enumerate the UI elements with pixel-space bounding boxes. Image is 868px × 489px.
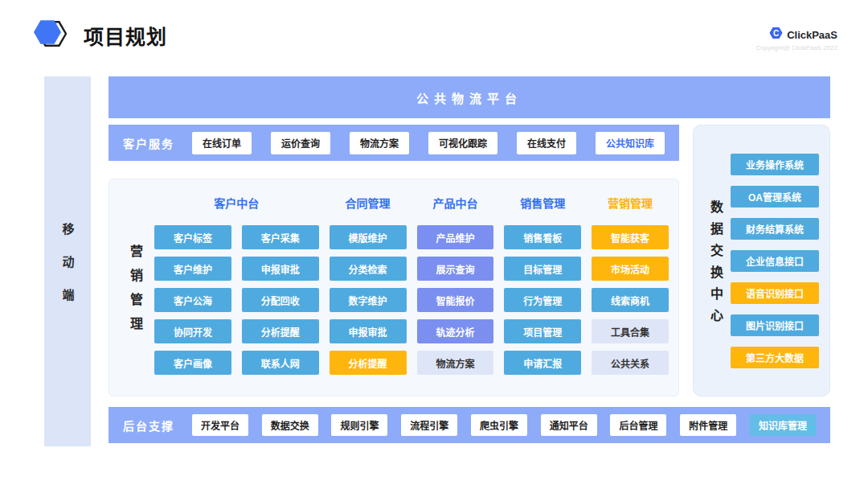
data-exchange-item[interactable]: 语音识别接口 xyxy=(731,282,819,304)
backend-support-item[interactable]: 数据交换 xyxy=(262,414,318,436)
matrix-cell[interactable]: 分配回收 xyxy=(242,288,319,312)
brand: C ClickPaaS Copyright@ ClickPaaS 2022 xyxy=(755,26,837,51)
matrix-cell[interactable]: 线索商机 xyxy=(592,288,669,312)
data-exchange-item[interactable]: 业务操作系统 xyxy=(731,154,819,175)
backend-support-bar: 后台支撑 开发平台数据交换规则引擎流程引擎爬虫引擎通知平台后台管理附件管理知识库… xyxy=(108,407,830,443)
data-exchange-item[interactable]: 财务结算系统 xyxy=(731,218,819,240)
matrix-cell[interactable]: 客户标签 xyxy=(154,225,231,249)
copyright-text: Copyright@ ClickPaaS 2022 xyxy=(755,44,837,51)
matrix-column-header: 合同管理 xyxy=(330,187,407,218)
data-exchange-side: 数据交换中心 xyxy=(700,125,731,396)
customer-service-label: 客户服务 xyxy=(123,135,174,151)
matrix-side-label: 营销管理 xyxy=(125,233,145,341)
page-title: 项目规划 xyxy=(84,21,167,50)
matrix-cell[interactable]: 协同开发 xyxy=(154,319,231,343)
matrix-cell[interactable]: 数字维护 xyxy=(330,288,407,312)
matrix-cell[interactable]: 市场活动 xyxy=(592,257,669,281)
matrix-cell[interactable]: 目标管理 xyxy=(504,257,581,281)
matrix-cell[interactable]: 分类检索 xyxy=(330,257,407,281)
matrix-cell[interactable]: 项目管理 xyxy=(504,319,581,343)
backend-support-label: 后台支撑 xyxy=(123,417,174,434)
matrix-cell[interactable]: 客户维护 xyxy=(154,257,231,281)
matrix-cell[interactable]: 申请汇报 xyxy=(504,351,581,375)
hexagon-icon xyxy=(31,15,71,55)
matrix-column-header: 销售管理 xyxy=(504,187,581,218)
matrix-cell[interactable]: 轨迹分析 xyxy=(417,319,494,343)
matrix-column-header: 产品中台 xyxy=(417,187,494,218)
customer-service-item[interactable]: 可视化跟踪 xyxy=(428,132,497,154)
brand-name: ClickPaaS xyxy=(787,29,837,41)
backend-support-item[interactable]: 通知平台 xyxy=(541,414,597,436)
backend-support-item[interactable]: 附件管理 xyxy=(680,414,736,436)
top-banner-label: 公共物流平台 xyxy=(416,89,522,106)
backend-support-item[interactable]: 开发平台 xyxy=(192,414,248,436)
data-exchange-items: 业务操作系统OA管理系统财务结算系统企业信息接口语音识别接口图片识别接口第三方大… xyxy=(731,125,819,396)
data-exchange-item[interactable]: 企业信息接口 xyxy=(731,250,819,272)
matrix-side: 营销管理 xyxy=(116,187,154,386)
matrix-cell[interactable]: 销售看板 xyxy=(504,225,581,249)
matrix-cell[interactable]: 产品维护 xyxy=(417,225,494,249)
matrix-cell[interactable]: 客户采集 xyxy=(242,225,319,249)
matrix-cell[interactable]: 工具合集 xyxy=(592,319,669,343)
matrix-cell[interactable]: 物流方案 xyxy=(417,351,494,375)
clickpaas-logo-icon: C xyxy=(769,26,783,43)
backend-support-item[interactable]: 流程引擎 xyxy=(401,414,457,436)
matrix-column-header: 营销管理 xyxy=(592,187,669,218)
matrix-cell[interactable]: 智能获客 xyxy=(592,225,669,249)
data-exchange-item[interactable]: 图片识别接口 xyxy=(731,314,819,336)
page: 项目规划 C ClickPaaS Copyright@ ClickPaaS 20… xyxy=(0,0,868,489)
data-exchange-item[interactable]: OA管理系统 xyxy=(731,186,819,208)
backend-support-item[interactable]: 规则引擎 xyxy=(331,414,387,436)
customer-service-item[interactable]: 公共知识库 xyxy=(596,132,665,154)
customer-service-item[interactable]: 物流方案 xyxy=(350,132,409,154)
mobile-side-bar-label: 移动端 xyxy=(59,202,76,322)
data-exchange-label: 数据交换中心 xyxy=(706,191,725,331)
customer-service-item[interactable]: 在线支付 xyxy=(517,132,576,154)
matrix-column-header: 客户中台 xyxy=(154,187,319,218)
mobile-side-bar: 移动端 xyxy=(44,76,91,446)
backend-support-item[interactable]: 后台管理 xyxy=(610,414,666,436)
matrix-cell[interactable]: 申报审批 xyxy=(242,257,319,281)
matrix-cell[interactable]: 分析提醒 xyxy=(330,351,407,375)
svg-text:C: C xyxy=(773,29,779,38)
matrix-cell[interactable]: 分析提醒 xyxy=(242,319,319,343)
app-header: 项目规划 C ClickPaaS Copyright@ ClickPaaS 20… xyxy=(31,11,837,60)
matrix-cell[interactable]: 客户画像 xyxy=(154,351,231,375)
top-banner: 公共物流平台 xyxy=(108,76,830,118)
matrix-cell[interactable]: 模版维护 xyxy=(330,225,407,249)
customer-service-items: 在线订单运价查询物流方案可视化跟踪在线支付公共知识库 xyxy=(192,132,665,154)
matrix-cell[interactable]: 客户公海 xyxy=(154,288,231,312)
matrix-panel: 营销管理 客户中台合同管理产品中台销售管理营销管理客户标签客户采集模版维护产品维… xyxy=(108,179,679,397)
backend-support-item[interactable]: 爬虫引擎 xyxy=(471,414,527,436)
customer-service-item[interactable]: 在线订单 xyxy=(192,132,252,154)
matrix-cell[interactable]: 展示查询 xyxy=(417,257,494,281)
matrix-cell[interactable]: 公共关系 xyxy=(592,351,669,375)
matrix-cell[interactable]: 联系人网 xyxy=(242,351,319,375)
customer-service-bar: 客户服务 在线订单运价查询物流方案可视化跟踪在线支付公共知识库 xyxy=(108,125,679,161)
center-column: 公共物流平台 客户服务 在线订单运价查询物流方案可视化跟踪在线支付公共知识库 营… xyxy=(108,76,830,443)
matrix-cell[interactable]: 智能报价 xyxy=(417,288,494,312)
matrix-grid: 客户中台合同管理产品中台销售管理营销管理客户标签客户采集模版维护产品维护销售看板… xyxy=(154,187,669,386)
matrix-cell[interactable]: 行为管理 xyxy=(504,288,581,312)
matrix-cell[interactable]: 申报审批 xyxy=(330,319,407,343)
data-exchange-item[interactable]: 第三方大数据 xyxy=(731,347,819,368)
backend-support-item[interactable]: 知识库管理 xyxy=(750,414,816,436)
backend-support-items: 开发平台数据交换规则引擎流程引擎爬虫引擎通知平台后台管理附件管理知识库管理 xyxy=(192,414,816,436)
data-exchange-panel: 数据交换中心 业务操作系统OA管理系统财务结算系统企业信息接口语音识别接口图片识… xyxy=(693,125,830,397)
customer-service-item[interactable]: 运价查询 xyxy=(271,132,330,154)
